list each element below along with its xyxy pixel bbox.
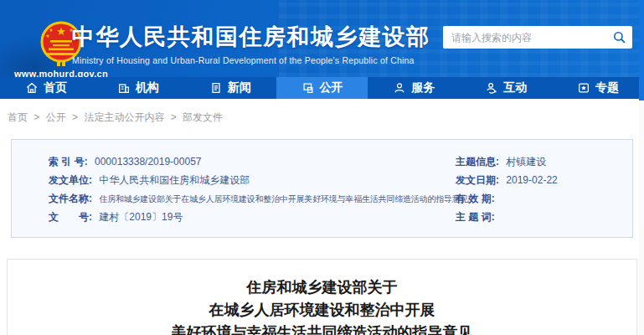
nav-item-services[interactable]: 服务 <box>368 77 460 99</box>
breadcrumb-home[interactable]: 首页 <box>8 111 28 123</box>
nav-item-organization[interactable]: 机构 <box>92 77 184 99</box>
nav-label: 公开 <box>320 80 343 95</box>
document-info-left-column: 索 引 号: 000013338/2019-00057 发文单位: 中华人民共和… <box>49 152 456 226</box>
nav-item-topics[interactable]: 专题 <box>552 77 644 99</box>
search-icon <box>613 31 626 44</box>
info-row-issuing-agency: 发文单位: 中华人民共和国住房和城乡建设部 <box>49 171 456 189</box>
site-url: www.mohurd.gov.cn <box>7 69 116 77</box>
article-title-line-2: 在城乡人居环境建设和整治中开展 <box>8 299 636 322</box>
info-row-index-number: 索 引 号: 000013338/2019-00057 <box>49 152 456 171</box>
service-icon <box>393 81 406 95</box>
breadcrumb-statutory-content[interactable]: 法定主动公开内容 <box>84 111 164 123</box>
info-label: 有 效 期: <box>456 193 495 204</box>
nav-label: 新闻 <box>228 80 251 95</box>
disclosure-icon <box>301 81 315 95</box>
breadcrumb-disclosure[interactable]: 公开 <box>46 111 66 123</box>
info-label: 主 题 词: <box>456 211 495 223</box>
nav-item-home[interactable]: 首页 <box>0 77 92 99</box>
search-box <box>443 26 632 49</box>
site-title-en: Ministry of Housing and Urban-Rural Deve… <box>72 55 430 65</box>
vertical-scrollbar[interactable] <box>639 0 644 335</box>
nav-item-interaction[interactable]: 互动 <box>460 77 552 99</box>
info-row-document-name: 文件名称: 住房和城乡建设部关于在城乡人居环境建设和整治中开展美好环境与幸福生活… <box>49 189 456 208</box>
main-nav: 首页 机构 新闻 公开 服务 <box>0 77 644 99</box>
breadcrumb-separator: > <box>171 111 177 123</box>
nav-label: 机构 <box>136 80 159 95</box>
article-container: 住房和城乡建设部关于 在城乡人居环境建设和整治中开展 美好环境与幸福生活共同缔造… <box>7 259 637 335</box>
info-label: 发文单位: <box>49 174 92 186</box>
info-row-document-number: 文 号: 建村〔2019〕19号 <box>49 208 456 226</box>
info-label: 文 号: <box>49 211 92 223</box>
svg-text:★: ★ <box>45 34 49 39</box>
home-icon <box>25 81 39 95</box>
site-title-cn: 中华人民共和国住房和城乡建设部 <box>72 22 430 52</box>
document-info-right-column: 主题信息: 村镇建设 发文日期: 2019-02-22 有 效 期: 主 题 词… <box>456 152 632 226</box>
info-row-validity-period: 有 效 期: <box>456 189 632 208</box>
article-title-line-3: 美好环境与幸福生活共同缔造活动的指导意见 <box>8 322 636 335</box>
info-value: 中华人民共和国住房和城乡建设部 <box>99 174 250 186</box>
breadcrumb-ministry-documents: 部发文件 <box>183 111 223 123</box>
site-titles: 中华人民共和国住房和城乡建设部 Ministry of Housing and … <box>72 22 430 65</box>
document-info-panel: 索 引 号: 000013338/2019-00057 发文单位: 中华人民共和… <box>11 139 633 238</box>
nav-item-disclosure[interactable]: 公开 <box>276 77 368 99</box>
breadcrumb: 首页 > 公开 > 法定主动公开内容 > 部发文件 <box>8 111 644 125</box>
interaction-icon <box>485 81 498 95</box>
info-value: 2019-02-22 <box>506 174 557 186</box>
info-value: 村镇建设 <box>506 156 546 168</box>
organization-icon <box>117 81 131 95</box>
nav-item-news[interactable]: 新闻 <box>184 77 276 99</box>
svg-text:★: ★ <box>56 25 66 38</box>
nav-label: 专题 <box>595 80 619 95</box>
info-row-subject-words: 主 题 词: <box>456 208 632 226</box>
search-button[interactable] <box>613 31 626 44</box>
info-value: 建村〔2019〕19号 <box>99 211 183 223</box>
breadcrumb-separator: > <box>33 111 39 123</box>
info-label: 发文日期: <box>456 174 499 186</box>
nav-label: 互动 <box>503 80 527 95</box>
info-label: 索 引 号: <box>49 156 88 168</box>
site-header: ★ ★ ★ ★ ★ www.mohurd.gov.cn 中华人民共和国住房和城乡… <box>0 0 644 77</box>
nav-label: 服务 <box>411 80 435 95</box>
info-label: 主题信息: <box>456 156 499 168</box>
breadcrumb-separator: > <box>72 111 78 123</box>
info-row-issue-date: 发文日期: 2019-02-22 <box>456 171 632 189</box>
search-input[interactable] <box>451 32 613 44</box>
info-row-topic-info: 主题信息: 村镇建设 <box>456 152 632 171</box>
scrollbar-thumb[interactable] <box>639 0 644 100</box>
topics-icon <box>577 81 590 95</box>
info-value: 住房和城乡建设部关于在城乡人居环境建设和整治中开展美好环境与幸福生活共同缔造活动… <box>99 194 468 204</box>
article-title-line-1: 住房和城乡建设部关于 <box>8 276 636 299</box>
page: ★ ★ ★ ★ ★ www.mohurd.gov.cn 中华人民共和国住房和城乡… <box>0 0 644 335</box>
svg-text:★: ★ <box>49 28 53 33</box>
nav-label: 首页 <box>44 80 67 95</box>
news-icon <box>209 81 223 95</box>
info-value: 000013338/2019-00057 <box>95 156 201 168</box>
info-label: 文件名称: <box>49 193 92 204</box>
